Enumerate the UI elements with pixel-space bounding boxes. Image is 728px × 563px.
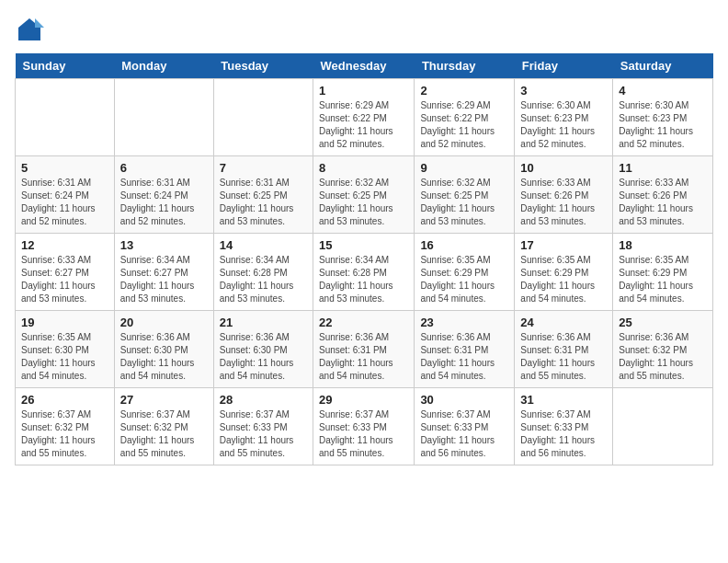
day-number: 16 — [420, 238, 508, 252]
day-number: 14 — [220, 238, 307, 252]
calendar-cell: 26Sunrise: 6:37 AM Sunset: 6:32 PM Dayli… — [16, 388, 115, 465]
calendar-cell: 14Sunrise: 6:34 AM Sunset: 6:28 PM Dayli… — [213, 234, 313, 311]
calendar-cell — [114, 79, 213, 156]
calendar-cell: 13Sunrise: 6:34 AM Sunset: 6:27 PM Dayli… — [114, 234, 213, 311]
calendar-cell: 9Sunrise: 6:32 AM Sunset: 6:25 PM Daylig… — [415, 156, 515, 234]
day-info: Sunrise: 6:29 AM Sunset: 6:22 PM Dayligh… — [319, 99, 408, 151]
calendar-week-row: 12Sunrise: 6:33 AM Sunset: 6:27 PM Dayli… — [16, 234, 713, 311]
day-number: 1 — [319, 84, 408, 98]
calendar-cell: 6Sunrise: 6:31 AM Sunset: 6:24 PM Daylig… — [114, 156, 213, 234]
day-info: Sunrise: 6:36 AM Sunset: 6:32 PM Dayligh… — [619, 331, 707, 383]
day-number: 8 — [319, 161, 408, 175]
day-info: Sunrise: 6:29 AM Sunset: 6:22 PM Dayligh… — [420, 99, 508, 151]
calendar-week-row: 26Sunrise: 6:37 AM Sunset: 6:32 PM Dayli… — [16, 388, 713, 465]
day-info: Sunrise: 6:33 AM Sunset: 6:26 PM Dayligh… — [619, 177, 707, 228]
day-number: 18 — [619, 238, 707, 252]
calendar-cell: 20Sunrise: 6:36 AM Sunset: 6:30 PM Dayli… — [114, 311, 213, 388]
svg-marker-1 — [35, 18, 44, 28]
day-info: Sunrise: 6:34 AM Sunset: 6:28 PM Dayligh… — [319, 254, 408, 305]
day-number: 21 — [220, 316, 307, 329]
day-info: Sunrise: 6:32 AM Sunset: 6:25 PM Dayligh… — [420, 177, 508, 228]
calendar-cell: 12Sunrise: 6:33 AM Sunset: 6:27 PM Dayli… — [16, 234, 115, 311]
calendar-header-tuesday: Tuesday — [213, 53, 313, 79]
day-number: 11 — [619, 161, 707, 175]
calendar-cell: 21Sunrise: 6:36 AM Sunset: 6:30 PM Dayli… — [213, 311, 313, 388]
day-number: 5 — [21, 161, 108, 175]
day-number: 23 — [420, 316, 508, 329]
day-number: 31 — [520, 393, 607, 407]
calendar-cell: 30Sunrise: 6:37 AM Sunset: 6:33 PM Dayli… — [415, 388, 515, 465]
day-info: Sunrise: 6:36 AM Sunset: 6:31 PM Dayligh… — [420, 331, 508, 383]
day-number: 12 — [21, 238, 108, 252]
calendar-cell: 15Sunrise: 6:34 AM Sunset: 6:28 PM Dayli… — [313, 234, 415, 311]
calendar-cell: 19Sunrise: 6:35 AM Sunset: 6:30 PM Dayli… — [16, 311, 115, 388]
day-info: Sunrise: 6:37 AM Sunset: 6:32 PM Dayligh… — [21, 408, 108, 460]
calendar-week-row: 19Sunrise: 6:35 AM Sunset: 6:30 PM Dayli… — [16, 311, 713, 388]
calendar-cell: 11Sunrise: 6:33 AM Sunset: 6:26 PM Dayli… — [613, 156, 713, 234]
calendar-cell: 25Sunrise: 6:36 AM Sunset: 6:32 PM Dayli… — [613, 311, 713, 388]
day-number: 26 — [21, 393, 108, 407]
day-number: 30 — [420, 393, 508, 407]
day-info: Sunrise: 6:34 AM Sunset: 6:27 PM Dayligh… — [120, 254, 208, 305]
day-info: Sunrise: 6:30 AM Sunset: 6:23 PM Dayligh… — [520, 99, 607, 151]
calendar-header-friday: Friday — [515, 53, 613, 79]
day-number: 17 — [520, 238, 607, 252]
day-info: Sunrise: 6:36 AM Sunset: 6:31 PM Dayligh… — [319, 331, 408, 383]
logo-icon — [15, 15, 44, 44]
day-info: Sunrise: 6:36 AM Sunset: 6:30 PM Dayligh… — [220, 331, 307, 383]
day-info: Sunrise: 6:35 AM Sunset: 6:30 PM Dayligh… — [21, 331, 108, 383]
day-number: 3 — [520, 84, 607, 98]
calendar-week-row: 1Sunrise: 6:29 AM Sunset: 6:22 PM Daylig… — [16, 79, 713, 156]
calendar-cell: 31Sunrise: 6:37 AM Sunset: 6:33 PM Dayli… — [515, 388, 613, 465]
day-number: 20 — [120, 316, 208, 329]
day-info: Sunrise: 6:31 AM Sunset: 6:24 PM Dayligh… — [21, 177, 108, 228]
day-info: Sunrise: 6:37 AM Sunset: 6:32 PM Dayligh… — [120, 408, 208, 460]
calendar-header-sunday: Sunday — [16, 53, 115, 79]
calendar-table: SundayMondayTuesdayWednesdayThursdayFrid… — [15, 53, 713, 465]
calendar-week-row: 5Sunrise: 6:31 AM Sunset: 6:24 PM Daylig… — [16, 156, 713, 234]
day-info: Sunrise: 6:37 AM Sunset: 6:33 PM Dayligh… — [420, 408, 508, 460]
day-number: 27 — [120, 393, 208, 407]
calendar-cell: 2Sunrise: 6:29 AM Sunset: 6:22 PM Daylig… — [415, 79, 515, 156]
calendar-cell — [213, 79, 313, 156]
day-number: 25 — [619, 316, 707, 329]
day-number: 24 — [520, 316, 607, 329]
logo — [15, 15, 48, 44]
day-info: Sunrise: 6:31 AM Sunset: 6:24 PM Dayligh… — [120, 177, 208, 228]
calendar-cell: 10Sunrise: 6:33 AM Sunset: 6:26 PM Dayli… — [515, 156, 613, 234]
day-info: Sunrise: 6:35 AM Sunset: 6:29 PM Dayligh… — [619, 254, 707, 305]
day-number: 4 — [619, 84, 707, 98]
day-info: Sunrise: 6:36 AM Sunset: 6:31 PM Dayligh… — [520, 331, 607, 383]
calendar-cell — [16, 79, 115, 156]
calendar-cell: 3Sunrise: 6:30 AM Sunset: 6:23 PM Daylig… — [515, 79, 613, 156]
day-number: 2 — [420, 84, 508, 98]
day-info: Sunrise: 6:35 AM Sunset: 6:29 PM Dayligh… — [520, 254, 607, 305]
day-info: Sunrise: 6:36 AM Sunset: 6:30 PM Dayligh… — [120, 331, 208, 383]
calendar-cell: 22Sunrise: 6:36 AM Sunset: 6:31 PM Dayli… — [313, 311, 415, 388]
calendar-cell: 24Sunrise: 6:36 AM Sunset: 6:31 PM Dayli… — [515, 311, 613, 388]
day-number: 13 — [120, 238, 208, 252]
day-number: 19 — [21, 316, 108, 329]
calendar-cell — [613, 388, 713, 465]
calendar-header-saturday: Saturday — [613, 53, 713, 79]
day-info: Sunrise: 6:31 AM Sunset: 6:25 PM Dayligh… — [220, 177, 307, 228]
calendar-cell: 5Sunrise: 6:31 AM Sunset: 6:24 PM Daylig… — [16, 156, 115, 234]
calendar-cell: 23Sunrise: 6:36 AM Sunset: 6:31 PM Dayli… — [415, 311, 515, 388]
calendar-header-monday: Monday — [114, 53, 213, 79]
calendar-cell: 28Sunrise: 6:37 AM Sunset: 6:33 PM Dayli… — [213, 388, 313, 465]
day-info: Sunrise: 6:37 AM Sunset: 6:33 PM Dayligh… — [520, 408, 607, 460]
day-number: 7 — [220, 161, 307, 175]
calendar-cell: 1Sunrise: 6:29 AM Sunset: 6:22 PM Daylig… — [313, 79, 415, 156]
calendar-cell: 8Sunrise: 6:32 AM Sunset: 6:25 PM Daylig… — [313, 156, 415, 234]
day-info: Sunrise: 6:34 AM Sunset: 6:28 PM Dayligh… — [220, 254, 307, 305]
day-info: Sunrise: 6:30 AM Sunset: 6:23 PM Dayligh… — [619, 99, 707, 151]
calendar-cell: 18Sunrise: 6:35 AM Sunset: 6:29 PM Dayli… — [613, 234, 713, 311]
day-info: Sunrise: 6:33 AM Sunset: 6:27 PM Dayligh… — [21, 254, 108, 305]
page-header — [15, 15, 713, 44]
calendar-header-thursday: Thursday — [415, 53, 515, 79]
day-number: 6 — [120, 161, 208, 175]
day-number: 29 — [319, 393, 408, 407]
calendar-cell: 4Sunrise: 6:30 AM Sunset: 6:23 PM Daylig… — [613, 79, 713, 156]
calendar-cell: 7Sunrise: 6:31 AM Sunset: 6:25 PM Daylig… — [213, 156, 313, 234]
calendar-cell: 27Sunrise: 6:37 AM Sunset: 6:32 PM Dayli… — [114, 388, 213, 465]
